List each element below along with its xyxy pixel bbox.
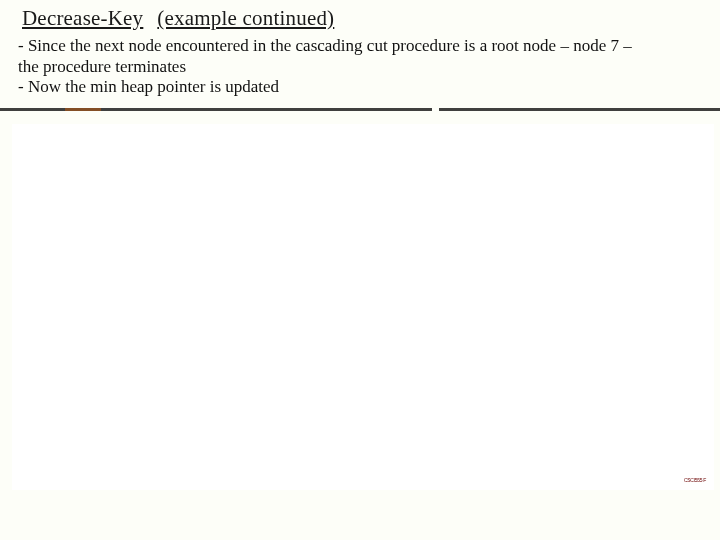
credit: CSCI555 F [684,478,720,488]
body-line-2: the procedure terminates [18,57,706,78]
body-line-3: - Now the min heap pointer is updated [18,77,706,98]
body-line-1: - Since the next node encountered in the… [18,36,706,57]
slide-body: - Since the next node encountered in the… [18,36,706,98]
title-part2: (example continued) [157,6,334,30]
slide: Decrease-Key(example continued) - Since … [0,0,720,540]
content-area [12,124,714,490]
slide-title: Decrease-Key(example continued) [22,6,334,31]
divider [0,108,720,114]
title-part1: Decrease-Key [22,6,143,30]
